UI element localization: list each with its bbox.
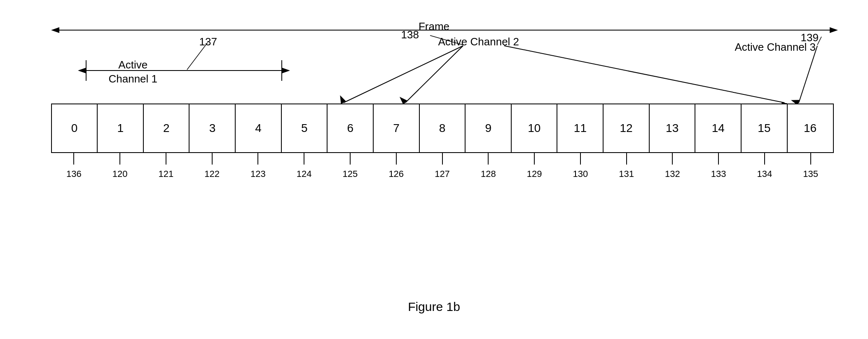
svg-line-12	[799, 46, 817, 103]
tick-label-131: 131	[604, 169, 650, 179]
tick-14	[695, 153, 742, 170]
tick-line-13	[672, 153, 673, 165]
tick-line-2	[166, 153, 166, 165]
tick-13	[649, 153, 695, 170]
tick-label-120: 120	[97, 169, 143, 179]
cell-8: 8	[419, 104, 466, 153]
tick-3	[189, 153, 235, 170]
cell-0: 0	[51, 104, 98, 153]
tick-1	[97, 153, 143, 170]
cell-4: 4	[235, 104, 282, 153]
ch3-label: Active Channel 3	[735, 41, 816, 54]
svg-line-9	[405, 46, 463, 103]
ch2-label: Active Channel 2	[438, 35, 519, 48]
tick-label-135: 135	[788, 169, 834, 179]
figure-caption: Figure 1b	[408, 300, 460, 314]
tick-line-6	[350, 153, 351, 165]
tick-4	[235, 153, 281, 170]
tick-0	[51, 153, 97, 170]
tick-6	[327, 153, 373, 170]
cell-5: 5	[281, 104, 328, 153]
tick-label-128: 128	[465, 169, 511, 179]
cell-2: 2	[143, 104, 190, 153]
tick-8	[419, 153, 466, 170]
tick-16	[788, 153, 834, 170]
frame-label: Frame	[419, 20, 449, 33]
cell-15: 15	[741, 104, 788, 153]
cell-13: 13	[649, 104, 696, 153]
tick-label-124: 124	[281, 169, 327, 179]
cell-9: 9	[465, 104, 512, 153]
tick-line-4	[257, 153, 258, 165]
cell-16: 16	[787, 104, 834, 153]
cell-1: 1	[97, 104, 144, 153]
cell-7: 7	[373, 104, 420, 153]
cell-12: 12	[603, 104, 650, 153]
tick-line-14	[718, 153, 719, 165]
tick-label-122: 122	[189, 169, 235, 179]
tick-label-129: 129	[511, 169, 557, 179]
tick-label-134: 134	[742, 169, 788, 179]
tick-label-127: 127	[419, 169, 466, 179]
tick-12	[604, 153, 650, 170]
tick-15	[742, 153, 788, 170]
tick-label-125: 125	[327, 169, 373, 179]
tick-line-1	[119, 153, 120, 165]
tick-2	[143, 153, 189, 170]
tick-line-10	[534, 153, 535, 165]
tick-7	[373, 153, 419, 170]
tick-line-0	[73, 153, 74, 165]
tick-line-7	[396, 153, 397, 165]
ticks-area	[51, 153, 834, 170]
tick-line-3	[212, 153, 213, 165]
cell-3: 3	[189, 104, 236, 153]
cell-11: 11	[557, 104, 604, 153]
tick-line-12	[626, 153, 627, 165]
tick-11	[557, 153, 604, 170]
tick-10	[511, 153, 557, 170]
tick-9	[465, 153, 511, 170]
cell-10: 10	[511, 104, 558, 153]
diagram-container: Frame 137 Active Channel 1 138 Active Ch…	[26, 13, 842, 326]
tick-label-130: 130	[557, 169, 604, 179]
tick-label-126: 126	[373, 169, 419, 179]
cell-6: 6	[327, 104, 374, 153]
svg-line-8	[344, 46, 463, 103]
tick-line-15	[764, 153, 765, 165]
tick-label-123: 123	[235, 169, 281, 179]
tick-line-8	[442, 153, 443, 165]
ref-137: 137	[199, 35, 217, 48]
ch1-label: Active Channel 1	[109, 58, 158, 86]
cells-grid: 012345678910111213141516	[51, 104, 834, 153]
tick-label-121: 121	[143, 169, 189, 179]
ref-138: 138	[401, 28, 419, 41]
tick-line-9	[488, 153, 489, 165]
tick-line-5	[304, 153, 304, 165]
cell-14: 14	[695, 104, 742, 153]
tick-label-133: 133	[695, 169, 742, 179]
labels-area: 1361201211221231241251261271281291301311…	[51, 169, 834, 179]
tick-line-16	[810, 153, 811, 165]
tick-label-136: 136	[51, 169, 97, 179]
tick-line-11	[580, 153, 581, 165]
tick-5	[281, 153, 327, 170]
tick-label-132: 132	[649, 169, 695, 179]
svg-line-10	[504, 46, 784, 103]
